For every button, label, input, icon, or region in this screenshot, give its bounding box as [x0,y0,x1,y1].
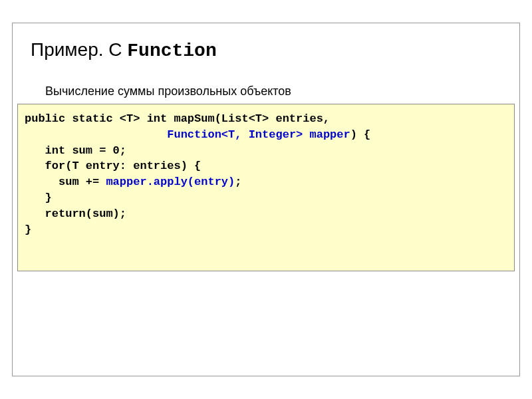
code-line-2: Function<T, Integer> mapper) { [25,127,507,143]
code-line-8: } [25,222,507,238]
slide-subtitle: Вычисление суммы произвольных объектов [45,84,520,98]
code-highlight-function-type: Function<T, Integer> mapper [167,128,350,141]
code-line-1: public static <T> int mapSum(List<T> ent… [25,111,507,127]
code-line-6: } [25,190,507,206]
code-line-4: for(T entry: entries) { [25,158,507,174]
code-highlight-mapper-apply: mapper.apply(entry) [106,176,235,188]
title-prefix: Пример. С [31,39,127,60]
code-line-5: sum += mapper.apply(entry); [25,174,507,190]
code-line-7: return(sum); [25,206,507,222]
code-line-3: int sum = 0; [25,143,507,159]
slide-title: Пример. С Function [31,39,520,61]
title-mono: Function [127,41,216,61]
slide-content: Пример. С Function Вычисление суммы прои… [12,23,520,376]
code-block: public static <T> int mapSum(List<T> ent… [17,104,515,271]
